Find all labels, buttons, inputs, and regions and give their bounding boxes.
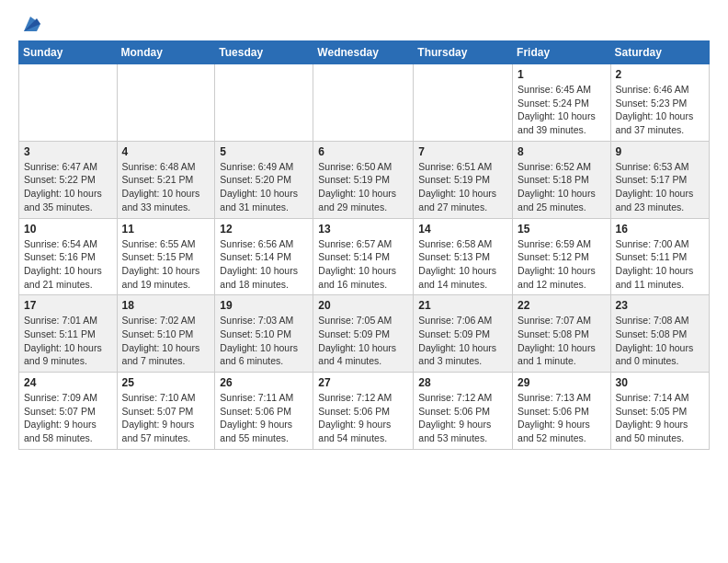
calendar-cell xyxy=(215,64,313,142)
day-number: 16 xyxy=(616,223,704,236)
day-number: 25 xyxy=(122,376,210,389)
day-number: 6 xyxy=(318,145,408,158)
calendar-cell: 1Sunrise: 6:45 AM Sunset: 5:24 PM Daylig… xyxy=(513,64,611,142)
calendar-cell: 17Sunrise: 7:01 AM Sunset: 5:11 PM Dayli… xyxy=(19,295,118,373)
day-info: Sunrise: 6:58 AM Sunset: 5:13 PM Dayligh… xyxy=(418,237,507,292)
day-number: 11 xyxy=(122,223,210,236)
header xyxy=(18,15,710,31)
day-number: 21 xyxy=(418,299,507,312)
week-row-5: 24Sunrise: 7:09 AM Sunset: 5:07 PM Dayli… xyxy=(19,373,710,450)
calendar-cell: 27Sunrise: 7:12 AM Sunset: 5:06 PM Dayli… xyxy=(313,373,414,450)
day-info: Sunrise: 7:10 AM Sunset: 5:07 PM Dayligh… xyxy=(122,391,210,445)
day-info: Sunrise: 6:54 AM Sunset: 5:16 PM Dayligh… xyxy=(24,237,112,292)
week-row-1: 1Sunrise: 6:45 AM Sunset: 5:24 PM Daylig… xyxy=(19,64,710,142)
day-info: Sunrise: 6:59 AM Sunset: 5:12 PM Dayligh… xyxy=(518,237,606,292)
calendar-cell: 24Sunrise: 7:09 AM Sunset: 5:07 PM Dayli… xyxy=(19,373,118,450)
calendar-cell: 11Sunrise: 6:55 AM Sunset: 5:15 PM Dayli… xyxy=(117,218,215,295)
calendar-cell xyxy=(19,64,118,142)
day-number: 29 xyxy=(518,376,606,389)
week-row-2: 3Sunrise: 6:47 AM Sunset: 5:22 PM Daylig… xyxy=(19,141,710,218)
day-number: 12 xyxy=(220,223,308,236)
weekday-header-wednesday: Wednesday xyxy=(313,41,414,64)
day-number: 2 xyxy=(616,68,704,81)
calendar-cell xyxy=(117,64,215,142)
calendar-cell: 23Sunrise: 7:08 AM Sunset: 5:08 PM Dayli… xyxy=(610,295,709,373)
calendar-cell: 6Sunrise: 6:50 AM Sunset: 5:19 PM Daylig… xyxy=(313,141,414,218)
day-info: Sunrise: 7:14 AM Sunset: 5:05 PM Dayligh… xyxy=(616,391,704,445)
day-info: Sunrise: 7:09 AM Sunset: 5:07 PM Dayligh… xyxy=(24,391,112,445)
day-number: 27 xyxy=(318,376,408,389)
weekday-header-row: SundayMondayTuesdayWednesdayThursdayFrid… xyxy=(19,41,710,64)
day-info: Sunrise: 7:12 AM Sunset: 5:06 PM Dayligh… xyxy=(318,391,408,445)
day-info: Sunrise: 6:56 AM Sunset: 5:14 PM Dayligh… xyxy=(220,237,308,292)
calendar-cell: 16Sunrise: 7:00 AM Sunset: 5:11 PM Dayli… xyxy=(610,218,709,295)
calendar-cell: 2Sunrise: 6:46 AM Sunset: 5:23 PM Daylig… xyxy=(610,64,709,142)
calendar-cell: 30Sunrise: 7:14 AM Sunset: 5:05 PM Dayli… xyxy=(610,373,709,450)
day-number: 30 xyxy=(616,376,704,389)
day-info: Sunrise: 7:01 AM Sunset: 5:11 PM Dayligh… xyxy=(24,314,112,368)
day-number: 7 xyxy=(418,145,507,158)
calendar-cell: 14Sunrise: 6:58 AM Sunset: 5:13 PM Dayli… xyxy=(414,218,513,295)
day-info: Sunrise: 7:11 AM Sunset: 5:06 PM Dayligh… xyxy=(220,391,308,445)
day-info: Sunrise: 6:48 AM Sunset: 5:21 PM Dayligh… xyxy=(122,160,210,214)
calendar-cell: 21Sunrise: 7:06 AM Sunset: 5:09 PM Dayli… xyxy=(414,295,513,373)
day-info: Sunrise: 6:53 AM Sunset: 5:17 PM Dayligh… xyxy=(616,160,704,214)
calendar-cell: 4Sunrise: 6:48 AM Sunset: 5:21 PM Daylig… xyxy=(117,141,215,218)
logo-icon xyxy=(20,15,40,35)
day-number: 15 xyxy=(518,223,606,236)
calendar-cell: 15Sunrise: 6:59 AM Sunset: 5:12 PM Dayli… xyxy=(513,218,611,295)
calendar-cell xyxy=(414,64,513,142)
weekday-header-friday: Friday xyxy=(513,41,611,64)
day-info: Sunrise: 6:51 AM Sunset: 5:19 PM Dayligh… xyxy=(418,160,507,214)
calendar-cell: 3Sunrise: 6:47 AM Sunset: 5:22 PM Daylig… xyxy=(19,141,118,218)
day-number: 5 xyxy=(220,145,308,158)
calendar-cell xyxy=(313,64,414,142)
day-info: Sunrise: 7:06 AM Sunset: 5:09 PM Dayligh… xyxy=(418,314,507,368)
calendar-cell: 18Sunrise: 7:02 AM Sunset: 5:10 PM Dayli… xyxy=(117,295,215,373)
calendar-cell: 19Sunrise: 7:03 AM Sunset: 5:10 PM Dayli… xyxy=(215,295,313,373)
day-info: Sunrise: 7:07 AM Sunset: 5:08 PM Dayligh… xyxy=(518,314,606,368)
day-number: 19 xyxy=(220,299,308,312)
page: SundayMondayTuesdayWednesdayThursdayFrid… xyxy=(0,0,728,465)
weekday-header-saturday: Saturday xyxy=(610,41,709,64)
day-info: Sunrise: 6:49 AM Sunset: 5:20 PM Dayligh… xyxy=(220,160,308,214)
day-info: Sunrise: 7:08 AM Sunset: 5:08 PM Dayligh… xyxy=(616,314,704,368)
day-info: Sunrise: 6:46 AM Sunset: 5:23 PM Dayligh… xyxy=(616,83,704,137)
day-number: 4 xyxy=(122,145,210,158)
day-info: Sunrise: 6:47 AM Sunset: 5:22 PM Dayligh… xyxy=(24,160,112,214)
calendar: SundayMondayTuesdayWednesdayThursdayFrid… xyxy=(18,40,710,450)
day-number: 10 xyxy=(24,223,112,236)
calendar-cell: 22Sunrise: 7:07 AM Sunset: 5:08 PM Dayli… xyxy=(513,295,611,373)
weekday-header-monday: Monday xyxy=(117,41,215,64)
calendar-cell: 9Sunrise: 6:53 AM Sunset: 5:17 PM Daylig… xyxy=(610,141,709,218)
day-info: Sunrise: 7:02 AM Sunset: 5:10 PM Dayligh… xyxy=(122,314,210,368)
day-number: 24 xyxy=(24,376,112,389)
day-info: Sunrise: 7:12 AM Sunset: 5:06 PM Dayligh… xyxy=(418,391,507,445)
day-info: Sunrise: 7:05 AM Sunset: 5:09 PM Dayligh… xyxy=(318,314,408,368)
logo xyxy=(18,15,40,31)
day-info: Sunrise: 6:45 AM Sunset: 5:24 PM Dayligh… xyxy=(518,83,606,137)
day-number: 28 xyxy=(418,376,507,389)
calendar-cell: 25Sunrise: 7:10 AM Sunset: 5:07 PM Dayli… xyxy=(117,373,215,450)
day-info: Sunrise: 6:55 AM Sunset: 5:15 PM Dayligh… xyxy=(122,237,210,292)
calendar-cell: 29Sunrise: 7:13 AM Sunset: 5:06 PM Dayli… xyxy=(513,373,611,450)
calendar-cell: 8Sunrise: 6:52 AM Sunset: 5:18 PM Daylig… xyxy=(513,141,611,218)
day-number: 3 xyxy=(24,145,112,158)
week-row-3: 10Sunrise: 6:54 AM Sunset: 5:16 PM Dayli… xyxy=(19,218,710,295)
day-number: 9 xyxy=(616,145,704,158)
day-info: Sunrise: 6:52 AM Sunset: 5:18 PM Dayligh… xyxy=(518,160,606,214)
day-number: 8 xyxy=(518,145,606,158)
calendar-cell: 10Sunrise: 6:54 AM Sunset: 5:16 PM Dayli… xyxy=(19,218,118,295)
calendar-cell: 28Sunrise: 7:12 AM Sunset: 5:06 PM Dayli… xyxy=(414,373,513,450)
day-info: Sunrise: 6:50 AM Sunset: 5:19 PM Dayligh… xyxy=(318,160,408,214)
day-number: 1 xyxy=(518,68,606,81)
day-info: Sunrise: 6:57 AM Sunset: 5:14 PM Dayligh… xyxy=(318,237,408,292)
weekday-header-thursday: Thursday xyxy=(414,41,513,64)
week-row-4: 17Sunrise: 7:01 AM Sunset: 5:11 PM Dayli… xyxy=(19,295,710,373)
calendar-cell: 13Sunrise: 6:57 AM Sunset: 5:14 PM Dayli… xyxy=(313,218,414,295)
day-number: 20 xyxy=(318,299,408,312)
weekday-header-tuesday: Tuesday xyxy=(215,41,313,64)
day-number: 14 xyxy=(418,223,507,236)
day-info: Sunrise: 7:03 AM Sunset: 5:10 PM Dayligh… xyxy=(220,314,308,368)
day-number: 23 xyxy=(616,299,704,312)
